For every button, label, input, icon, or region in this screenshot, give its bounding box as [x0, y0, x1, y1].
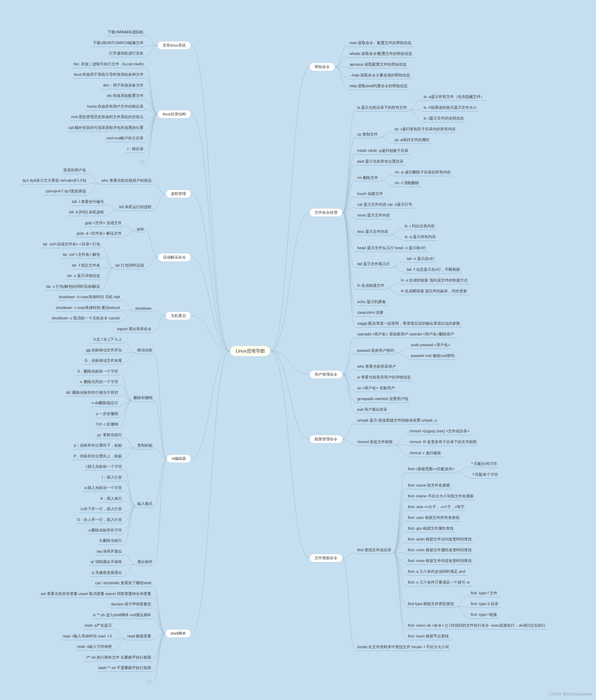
branch-node: linux目录结构	[157, 110, 191, 119]
leaf: echo 显示到屏幕	[355, 299, 388, 306]
leaf: shutdown	[134, 306, 153, 312]
leaf: locate 在文件资料库中查找文件 locate -i 不区分大小写	[355, 644, 451, 651]
mindmap-canvas: Linux思维导图帮助命令man 获取命令、配置文件的帮助信息whatis 获取…	[0, 0, 596, 700]
leaf: passwd 更改用户密码	[355, 348, 396, 355]
leaf: head 显示文件头几行 head -n 显示前n行	[355, 245, 428, 252]
leaf: tar -v 显示详细信息	[66, 273, 101, 280]
leaf: who 查看当前在线用户的情况	[100, 178, 153, 185]
leaf: u:一步步撤销	[95, 411, 120, 418]
leaf: a:插入光标后一个字符	[83, 485, 123, 492]
root-node: Linux思维导图	[230, 345, 270, 357]
leaf: find -mnin 根据文件内容改变时间查找	[406, 558, 474, 565]
leaf: su <用户名> 切换用户	[355, 385, 397, 392]
leaf: 复制粘贴	[136, 443, 154, 449]
leaf: dd: 删除光标所在行相当于剪切	[65, 390, 120, 397]
leaf: 下载VMWARE虚拟机	[106, 30, 145, 36]
leaf: opt:额外安装的可选英语程序包所放置的位置	[67, 125, 145, 132]
leaf: ...	[139, 158, 145, 163]
leaf: S:删除当前行	[98, 538, 123, 545]
leaf: who 查看当前登录用户	[355, 364, 398, 371]
leaf: set 查看当前所有变量 unset 取消变量 export 局部变量转全局变量	[39, 591, 153, 598]
leaf: find -iname 不区分大小写按文件名搜索	[406, 494, 476, 500]
leaf: xaggs 配合管道一起使用，将管道左边的输出变成右边的参数	[355, 321, 462, 327]
leaf: find -size +n大于，-n小于，n等于	[406, 504, 467, 511]
leaf: 删除和撤销	[132, 395, 154, 402]
leaf: n dd删除指定行	[90, 400, 120, 407]
leaf: apropos 获取配置文件的简短信息	[348, 62, 409, 68]
leaf: shutdown -c 取消前一个关机命令 cancle	[50, 316, 121, 322]
leaf: Ctrl -r:反撤销	[95, 422, 120, 428]
leaf: bash **.sh 不需要赋予执行权限	[97, 665, 153, 672]
leaf: tty1-tty6表示文字界面 ctrl+alt+[F1-F6]	[21, 178, 88, 185]
leaf: find -cmin 根据文件属性改变时间查找	[406, 547, 474, 554]
leaf: find -o 几个条件只要满足一个就可 or	[406, 580, 472, 586]
leaf: cp 复制文件	[355, 132, 380, 138]
leaf: find -grp 根据文件属性查找	[406, 526, 456, 532]
leaf: i:插入光标前一个字符	[84, 464, 124, 471]
leaf: find -type f 文件	[468, 591, 499, 597]
leaf: ls -h按易读的形式显示文件大小	[422, 105, 479, 112]
leaf: find -user 根据文件所有者查找	[406, 515, 462, 522]
leaf: :wq 保存开退出	[95, 549, 123, 555]
leaf: find -type l 链接	[468, 612, 499, 619]
leaf: gg:光标移动文件开头	[85, 348, 123, 354]
leaf: mnt:系统管理员安装临时文件系统的安装点	[70, 114, 145, 121]
leaf: ln 生成链接文件	[355, 283, 386, 290]
leaf: gzip <文件> 压缩文件	[84, 220, 123, 227]
leaf: tar -zxf <文件名> 解包	[62, 252, 102, 259]
leaf: X：删除光标前一个字符	[76, 369, 120, 375]
leaf: cat 显示文件内容 cat -n显示行号	[355, 202, 414, 209]
credit-text: CSDN @xhdexiaokeai	[549, 692, 592, 697]
leaf: groupadd usertest 设置用户组	[355, 396, 410, 403]
leaf: touch 创建文件	[355, 191, 385, 198]
leaf: help 获取shell内置命令的帮助信息	[348, 83, 410, 90]
leaf: rm -p 递归删除子目录的所有内容	[393, 170, 453, 176]
leaf: find <搜索范围><匹配条件>	[406, 466, 457, 473]
leaf: :q! 强制退出不保存	[89, 559, 123, 566]
branch-node: 帮助命令	[309, 63, 335, 71]
leaf: o:向下开一行，插入行首	[79, 506, 123, 513]
leaf: man 获取命令、配置文件的帮助信息	[348, 40, 414, 47]
leaf: find -amin 根据文件访问改变时间查找	[406, 537, 474, 543]
branch-node: 压缩解压命令	[158, 253, 191, 262]
leaf: gzip	[136, 227, 145, 232]
leaf: h:左 l:右 j:下 k:上	[92, 337, 123, 343]
leaf: read 赋值变量	[126, 634, 153, 640]
leaf: s:删除光标所在字符	[87, 528, 123, 534]
leaf: ls -a 显示所有内容	[403, 234, 438, 241]
leaf: mkdir mkdir -p递归创建子目录	[355, 148, 410, 155]
branch-node: 安装linux系统	[157, 41, 191, 50]
branch-node: 进程管理	[165, 189, 191, 198]
leaf: tar- z 打包/解包的同时压缩/解压	[45, 284, 101, 291]
branch-node: vi编辑器	[166, 454, 191, 463]
leaf: find -exec/-ok <命令> {} \;对找到的文件执行命令 -exe…	[406, 623, 548, 629]
leaf: find 查找文件或目录	[355, 547, 393, 554]
leaf: :q 无修改直接退出	[90, 570, 123, 577]
leaf: root:root账户的主目录	[105, 136, 145, 142]
leaf: p：光标所在位置向下，粘贴	[73, 443, 123, 449]
leaf: cat / etc/shells 查看装了哪些shell	[94, 580, 153, 587]
leaf: 退出操作	[136, 559, 154, 566]
leaf: kill -l 查看信号编号	[71, 199, 105, 206]
branch-node: 用户管理命令	[309, 370, 343, 379]
leaf: ls 显示当前目录下的所有文件	[355, 105, 409, 112]
leaf: find -a 几个条件必须同时满足 and	[406, 569, 467, 576]
leaf: chmod 更改文件权限	[355, 439, 395, 446]
leaf: shutdown -r now/具体时间 重启reboot	[55, 305, 121, 312]
leaf: clear/ctrl+l 清屏	[355, 310, 386, 317]
leaf: I：插入行首	[100, 475, 123, 481]
leaf: yy: 复制当前行	[96, 432, 123, 439]
leaf: 下载UBUNTU/ARCH镜像文件	[91, 40, 145, 47]
leaf: ln 生成硬链接 源文件的副本，同步更新	[399, 288, 470, 295]
leaf: ls -l显示文件的全部信息	[422, 116, 466, 122]
leaf: declare 用于声明变量型	[109, 602, 153, 608]
leaf: 登录的用户名	[62, 168, 88, 174]
branch-node: 关机重启	[165, 311, 191, 320]
leaf: find -type d 目录	[468, 601, 500, 608]
branch-node: 权限管理命令	[309, 435, 343, 443]
leaf: dev：用于存放设备文件	[102, 83, 145, 89]
leaf: find -inum 根据节点查找	[406, 634, 451, 640]
leaf: ctrl+alt+F7 tty7图形界面	[44, 189, 88, 195]
leaf: 移动光标	[136, 348, 154, 354]
leaf: boot:存放用于系统引导时使用的各种文件	[73, 72, 145, 79]
